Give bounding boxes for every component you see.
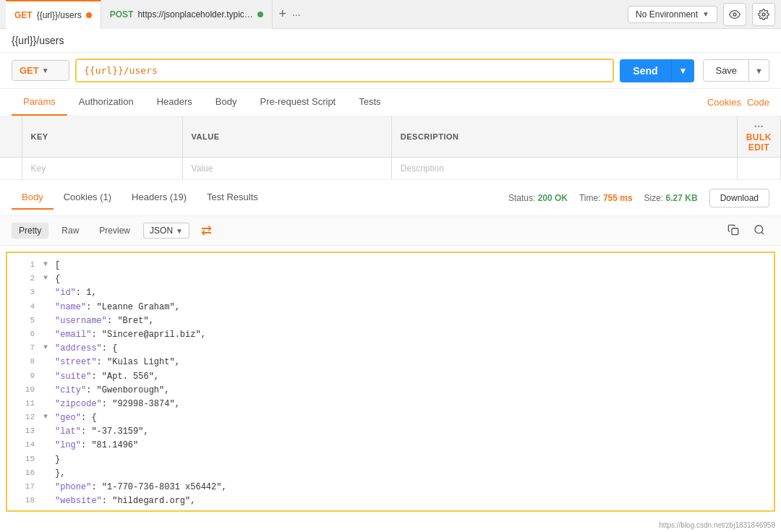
tab-authorization[interactable]: Authorization [67,89,145,116]
fmt-tab-preview[interactable]: Preview [92,223,137,239]
line-number: 9 [13,370,35,383]
tab-tests[interactable]: Tests [347,89,392,116]
line-content: "city": "Gwenborough", [55,384,169,398]
line-content: "username": "Bret", [55,314,154,328]
more-tabs-button[interactable]: ··· [292,9,301,20]
save-button[interactable]: Save [703,59,749,82]
tab-get-label: {{url}}/users [37,10,82,20]
env-dropdown[interactable]: No Environment ▼ [628,6,717,23]
code-link[interactable]: Code [747,97,769,108]
line-number: 10 [13,384,35,397]
line-number: 5 [13,314,35,327]
fmt-tab-raw[interactable]: Raw [54,223,86,239]
request-title-bar: {{url}}/users [0,29,781,53]
line-content: "website": "hildegard.org", [55,494,195,508]
request-tabs: Params Authorization Headers Body Pre-re… [0,89,781,116]
params-value-cell[interactable]: Value [182,158,391,180]
line-number: 8 [13,356,35,369]
code-line: 8 "street": "Kulas Light", [7,356,774,369]
resp-tab-headers[interactable]: Headers (19) [121,186,197,210]
line-content: "company": { [55,508,117,512]
format-select[interactable]: JSON ▼ [143,223,189,239]
code-line: 18 "website": "hildegard.org", [7,494,774,508]
wrap-icon[interactable]: ⇄ [201,223,212,239]
line-content: "lat": "-37.3159", [55,425,149,439]
params-header-checkbox [0,116,22,158]
new-tab-button[interactable]: + [278,7,286,22]
tab-get-method: GET [14,10,33,20]
line-number: 11 [13,398,35,411]
bulk-edit-button[interactable]: Bulk Edit [746,132,772,153]
svg-rect-2 [732,228,738,235]
code-line: 9 "suite": "Apt. 556", [7,370,774,384]
code-line: 17 "phone": "1-770-736-8031 x56442", [7,481,774,494]
line-expand-icon[interactable]: ▼ [43,342,52,353]
code-area[interactable]: 1▼[2▼ {3 "id": 1,4 "name": "Leanne Graha… [6,252,775,512]
save-dropdown-button[interactable]: ▼ [749,59,769,82]
gear-icon-button[interactable] [752,3,775,26]
url-input-wrapper [75,59,614,82]
format-select-label: JSON [150,226,173,236]
send-dropdown-button[interactable]: ▼ [671,59,695,82]
format-bar: Pretty Raw Preview JSON ▼ ⇄ [0,216,781,246]
resp-tab-test-results[interactable]: Test Results [197,186,268,210]
line-expand-icon[interactable]: ▼ [43,411,52,423]
line-number: 15 [13,453,35,466]
fmt-tab-pretty[interactable]: Pretty [12,223,48,239]
tab-get-dot [86,12,92,18]
download-button[interactable]: Download [709,189,769,207]
code-line: 11 "zipcode": "92998-3874", [7,398,774,411]
resp-tab-body[interactable]: Body [12,186,54,210]
req-tab-right-links: Cookies Code [707,97,769,108]
params-more-icon[interactable]: ··· [754,121,764,132]
time-label: Time: 755 ms [579,193,633,203]
line-number: 19 [13,508,35,512]
eye-icon-button[interactable] [723,3,746,26]
resp-tab-cookies[interactable]: Cookies (1) [54,186,121,210]
copy-icon-button[interactable] [723,220,743,241]
tab-post[interactable]: POST https://jsonplaceholder.typicod [101,0,273,29]
svg-point-3 [755,226,763,233]
line-expand-icon[interactable]: ▼ [43,259,52,270]
line-number: 18 [13,494,35,507]
cookies-link[interactable]: Cookies [707,97,741,108]
params-desc-cell[interactable]: Description [391,158,737,180]
code-line: 16 }, [7,467,774,481]
line-content: "address": { [55,342,117,356]
tab-get[interactable]: GET {{url}}/users [6,0,101,29]
line-number: 3 [13,286,35,299]
env-chevron-icon: ▼ [702,10,709,18]
params-row-actions [737,158,780,180]
line-expand-icon[interactable]: ▼ [43,508,52,512]
line-content: "email": "Sincere@april.biz", [55,328,206,342]
code-line: 5 "username": "Bret", [7,314,774,328]
method-select[interactable]: GET ▼ [12,60,69,81]
tab-post-label: https://jsonplaceholder.typicod [137,9,253,20]
tab-pre-request[interactable]: Pre-request Script [248,89,347,116]
line-content: "street": "Kulas Light", [55,356,180,369]
line-number: 16 [13,467,35,480]
tab-body[interactable]: Body [204,89,249,116]
time-value: 755 ms [603,193,633,203]
line-content: { [55,273,60,286]
line-number: 4 [13,301,35,314]
status-label: Status: 200 OK [508,193,568,203]
line-content: [ [55,259,60,273]
format-tools [723,220,769,241]
tab-bar: GET {{url}}/users POST https://jsonplace… [0,0,781,29]
tab-headers[interactable]: Headers [145,89,204,116]
url-input[interactable] [77,60,613,81]
send-button[interactable]: Send [620,59,670,82]
line-expand-icon[interactable]: ▼ [43,273,52,284]
line-content: } [55,453,60,467]
line-content: "suite": "Apt. 556", [55,370,159,384]
tab-post-method: POST [110,9,134,20]
code-line: 2▼ { [7,273,774,286]
size-value: 6.27 KB [666,193,698,203]
params-key-cell[interactable]: Key [22,158,182,180]
search-icon-button[interactable] [749,220,769,241]
tab-actions: + ··· [278,7,300,22]
tab-params[interactable]: Params [12,89,67,116]
line-number: 7 [13,342,35,355]
code-line: 15 } [7,453,774,467]
